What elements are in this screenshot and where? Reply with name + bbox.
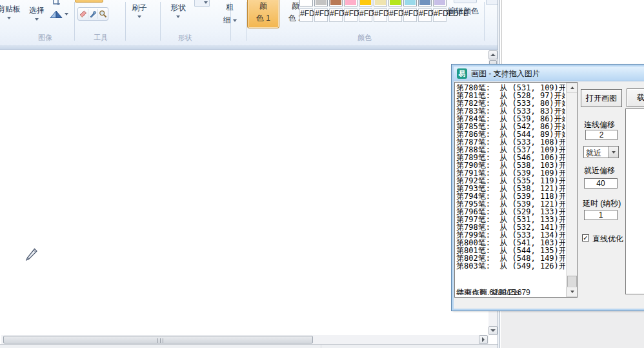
group-label-tools: 工具 (94, 33, 108, 43)
log-scroll-up-button[interactable] (567, 83, 578, 93)
mode-dropdown-value: 就近 (586, 148, 601, 159)
custom-color-slot[interactable]: #FDFDFE (418, 8, 432, 22)
helper-dialog-window: 易 画图 - 支持拖入图片 第780笔: 从 (531, 109)开始第781笔… (452, 65, 644, 311)
size-label-1: 粗 (226, 3, 234, 12)
stroke-log-listbox[interactable]: 第780笔: 从 (531, 109)开始第781笔: 从 (528, 97)开… (454, 82, 578, 298)
brushes-label: 刷子 (132, 3, 147, 14)
color-swatch[interactable] (418, 0, 432, 6)
crop-icon[interactable] (52, 0, 61, 6)
scroll-grip (157, 338, 163, 343)
group-label-colors: 颜色 (357, 33, 372, 43)
eraser-icon[interactable] (79, 10, 87, 18)
pencil-tool-button[interactable] (75, 0, 103, 3)
brushes-button[interactable]: 刷子 (126, 3, 152, 18)
size-button[interactable]: 粗 细 (217, 2, 243, 26)
color1-button[interactable]: 颜 色 1 (247, 0, 279, 28)
color-swatch[interactable] (388, 0, 402, 6)
custom-color-slot[interactable]: #FDFDFE (344, 8, 357, 22)
shapes-label: 形状 (170, 3, 186, 14)
tools-box (77, 7, 108, 21)
group-label-shapes: 形状 (178, 33, 192, 43)
background-area (501, 311, 644, 348)
group-separator (484, 2, 485, 41)
rotate-icon[interactable] (49, 10, 64, 19)
horizontal-scroll-thumb[interactable] (3, 336, 313, 343)
color-swatch[interactable] (359, 0, 372, 6)
color1-label-2: 色 1 (256, 13, 270, 24)
custom-color-slot[interactable]: #FDFDFE (374, 8, 387, 22)
custom-color-slot[interactable]: #FDFDFE (433, 8, 447, 22)
color-swatch[interactable] (329, 0, 343, 6)
divider (97, 9, 98, 19)
color1-label-1: 颜 (259, 1, 267, 12)
scroll-right-button[interactable] (479, 335, 488, 344)
log-scroll-thumb[interactable] (567, 276, 577, 287)
delay-input[interactable] (584, 210, 618, 220)
chevron-down-icon (7, 17, 11, 19)
shapes-button[interactable]: 形状 (165, 3, 191, 18)
cut-button (486, 0, 498, 5)
scroll-up-button[interactable] (488, 50, 498, 59)
line-optimize-checkbox[interactable]: ✓ (582, 234, 589, 241)
dialog-title: 画图 - 支持拖入图片 (471, 68, 540, 79)
secondary-listbox[interactable] (625, 108, 644, 294)
size-label-2: 细 (223, 15, 231, 26)
status-points-line: 共画点数 6288/21679 (456, 287, 530, 295)
drawing-canvas[interactable] (0, 50, 488, 335)
eyedropper-icon[interactable] (89, 10, 97, 18)
delay-label: 延时 (纳秒) (583, 198, 621, 209)
chevron-down-icon (35, 18, 39, 21)
pencil-cursor-icon (25, 246, 39, 263)
clipboard-button[interactable]: 剪贴板 (0, 4, 26, 19)
line-optimize-label: 直线优化 (592, 234, 623, 245)
magnifier-icon[interactable] (99, 10, 107, 18)
paint-window: 剪贴板 选择 (0, 0, 500, 348)
edit-colors-button[interactable]: 编辑颜色 (448, 6, 479, 17)
load-image-button[interactable]: 载入 (627, 88, 644, 107)
group-separator (74, 2, 75, 41)
color-swatch[interactable] (299, 0, 313, 6)
chevron-down-icon (204, 1, 208, 4)
select-button[interactable]: 选择 (26, 5, 48, 21)
group-separator (125, 2, 126, 41)
custom-color-slot[interactable]: #FDFDFE (314, 8, 328, 22)
log-scrollbar[interactable] (566, 83, 577, 297)
chevron-down-icon (176, 15, 180, 18)
clipboard-label: 剪贴板 (0, 4, 21, 15)
color-swatch[interactable] (403, 0, 417, 6)
color-swatch[interactable] (344, 0, 357, 6)
color-swatch[interactable] (433, 0, 447, 6)
custom-color-slot[interactable]: #FDFDFE (388, 8, 402, 22)
edit-colors-icon (454, 0, 477, 3)
color-swatch[interactable] (374, 0, 387, 6)
near-offset-input[interactable] (584, 178, 618, 189)
near-offset-label: 就近偏移 (584, 165, 615, 176)
ribbon-bottom-edge (0, 45, 498, 50)
group-separator (246, 2, 247, 41)
shape-outline-button[interactable] (194, 0, 210, 7)
open-paint-button[interactable]: 打开画图 (581, 89, 622, 107)
horizontal-scrollbar[interactable] (1, 335, 488, 344)
custom-color-slot[interactable]: #FDFDFE (403, 8, 417, 22)
line-offset-label: 连线偏移 (584, 119, 615, 130)
dialog-title-bar[interactable]: 易 画图 - 支持拖入图片 (454, 67, 644, 81)
select-label: 选择 (29, 5, 45, 16)
custom-color-slot[interactable]: #FDFDFE (299, 8, 313, 22)
status-divider (321, 345, 321, 348)
group-label-image: 图像 (38, 33, 52, 43)
screen: 剪贴板 选择 (0, 0, 644, 348)
dropdown-arrow-button[interactable] (608, 147, 618, 158)
divider (88, 9, 88, 19)
status-bar (0, 344, 500, 348)
ribbon: 剪贴板 选择 (0, 0, 498, 45)
color-swatch[interactable] (314, 0, 328, 6)
scroll-down-button[interactable] (488, 326, 498, 335)
log-scroll-down-button[interactable] (567, 287, 578, 297)
line-offset-input[interactable] (585, 130, 618, 140)
app-icon: 易 (457, 68, 467, 79)
group-separator (160, 2, 161, 41)
mode-dropdown[interactable]: 就近 (583, 146, 619, 158)
custom-color-slot[interactable]: #FDFDFE (329, 8, 343, 22)
custom-color-slot[interactable]: #FDFDFE (359, 8, 372, 22)
palette-row-custom: #FDFDFE#FDFDFE#FDFDFE#FDFDFE#FDFDFE#FDFD… (299, 8, 447, 22)
